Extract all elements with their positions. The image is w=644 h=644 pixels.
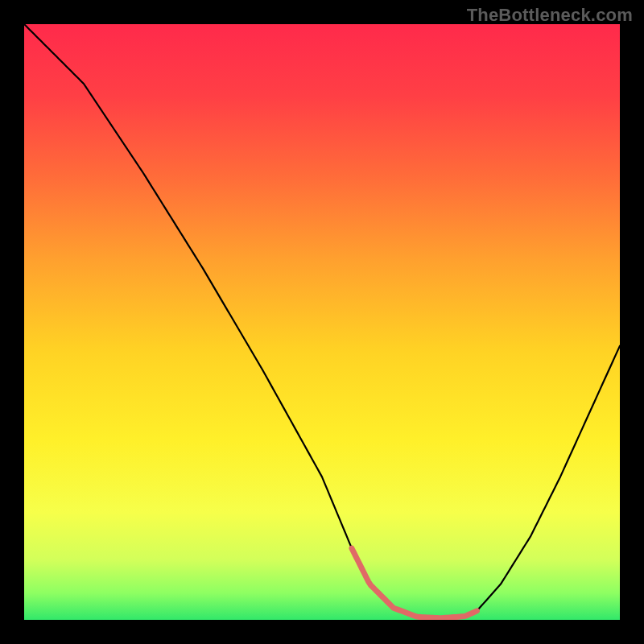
watermark-label: TheBottleneck.com <box>467 5 633 26</box>
bottleneck-plot <box>24 24 620 620</box>
gradient-background <box>24 24 620 620</box>
chart-frame: TheBottleneck.com <box>0 0 644 644</box>
